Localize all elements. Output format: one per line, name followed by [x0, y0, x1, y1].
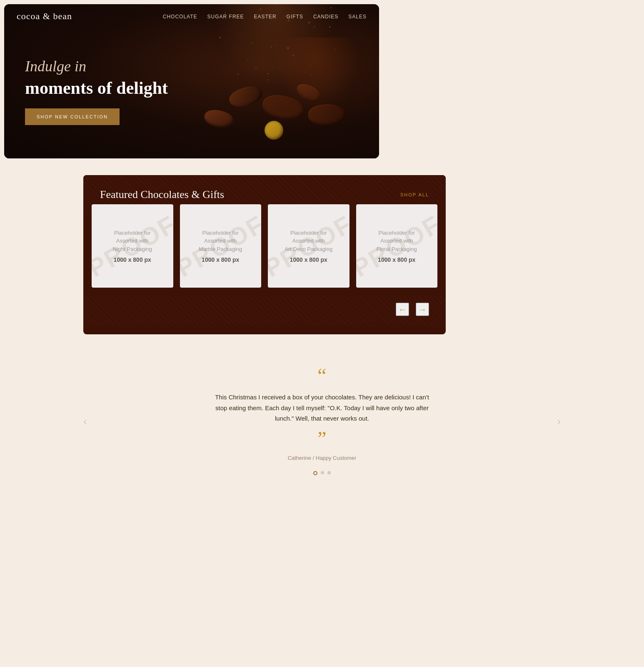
testimonial-next-button[interactable]: › [557, 415, 561, 428]
dot-2[interactable] [321, 471, 324, 474]
hero-subtitle: Indulge in [25, 58, 168, 75]
shop-all-link[interactable]: SHOP ALL [400, 192, 429, 197]
site-logo[interactable]: cocoa & bean [17, 11, 163, 22]
testimonial-text: This Christmas I received a box of your … [214, 392, 430, 424]
product-3-size: 1000 x 800 px [290, 256, 327, 263]
carousel-prev-button[interactable]: ← [396, 303, 409, 316]
featured-section-title: Featured Chocolates & Gifts [100, 188, 224, 201]
featured-carousel-footer: ← → [83, 296, 446, 326]
testimonial-author: Catherine / Happy Customer [214, 455, 430, 461]
product-card-2[interactable]: Placeholder for Assorted with Marble Pac… [180, 204, 262, 288]
testimonial-container: ‹ “ This Christmas I received a box of y… [0, 334, 644, 509]
nav-item-chocolate[interactable]: CHOCOLATE [163, 13, 197, 20]
product-2-description: Placeholder for Assorted with Marble Pac… [199, 229, 242, 253]
main-nav: cocoa & bean CHOCOLATE SUGAR FREE EASTER… [4, 4, 379, 28]
product-2-size: 1000 x 800 px [202, 256, 239, 263]
product-1-size: 1000 x 800 px [114, 256, 151, 263]
product-1-description: Placeholder for Assorted with Night Pack… [112, 229, 152, 253]
featured-title-row: Featured Chocolates & Gifts SHOP ALL [100, 188, 429, 201]
shop-new-collection-button[interactable]: SHOP NEW COLLECTION [25, 108, 120, 125]
chocolate-glow [275, 38, 358, 113]
product-3-description: Placeholder for Assorted with Art Deco P… [285, 229, 332, 253]
nav-item-easter[interactable]: EASTER [254, 13, 277, 20]
dot-1[interactable] [313, 471, 317, 475]
hero-title: moments of delight [25, 78, 168, 98]
testimonial-dots [214, 471, 430, 475]
nav-link-easter[interactable]: EASTER [254, 14, 277, 20]
chocolate-gold-piece [264, 120, 284, 140]
hero-section: cocoa & bean CHOCOLATE SUGAR FREE EASTER… [4, 4, 379, 158]
product-4-size: 1000 x 800 px [378, 256, 415, 263]
nav-item-sugar-free[interactable]: SUGAR FREE [207, 13, 244, 20]
featured-wrapper: Featured Chocolates & Gifts SHOP ALL Pla… [83, 175, 446, 334]
nav-link-sugar-free[interactable]: SUGAR FREE [207, 14, 244, 20]
product-card-1[interactable]: Placeholder for Assorted with Night Pack… [92, 204, 173, 288]
dot-3[interactable] [327, 471, 331, 474]
nav-link-gifts[interactable]: GIFTS [287, 14, 303, 20]
nav-item-gifts[interactable]: GIFTS [287, 13, 303, 20]
product-card-4[interactable]: Placeholder for Assorted with Floral Pac… [356, 204, 438, 288]
hero-content: Indulge in moments of delight SHOP NEW C… [25, 58, 168, 125]
nav-links-list: CHOCOLATE SUGAR FREE EASTER GIFTS CANDIE… [163, 13, 367, 20]
product-cards-grid: Placeholder for Assorted with Night Pack… [92, 204, 437, 288]
product-4-description: Placeholder for Assorted with Floral Pac… [377, 229, 417, 253]
testimonial-prev-button[interactable]: ‹ [83, 415, 87, 428]
nav-item-candies[interactable]: CANDIES [313, 13, 338, 20]
nav-link-chocolate[interactable]: CHOCOLATE [163, 14, 197, 20]
product-card-3[interactable]: Placeholder for Assorted with Art Deco P… [268, 204, 349, 288]
quote-close-icon: ” [214, 431, 430, 446]
nav-link-sales[interactable]: SALES [348, 14, 367, 20]
featured-section: Featured Chocolates & Gifts SHOP ALL Pla… [83, 175, 446, 334]
nav-link-candies[interactable]: CANDIES [313, 14, 338, 20]
quote-open-icon: “ [214, 368, 430, 384]
chocolate-piece-3 [202, 107, 235, 131]
testimonial-section: “ This Christmas I received a box of you… [197, 343, 447, 492]
nav-item-sales[interactable]: SALES [348, 13, 367, 20]
carousel-next-button[interactable]: → [416, 303, 429, 316]
